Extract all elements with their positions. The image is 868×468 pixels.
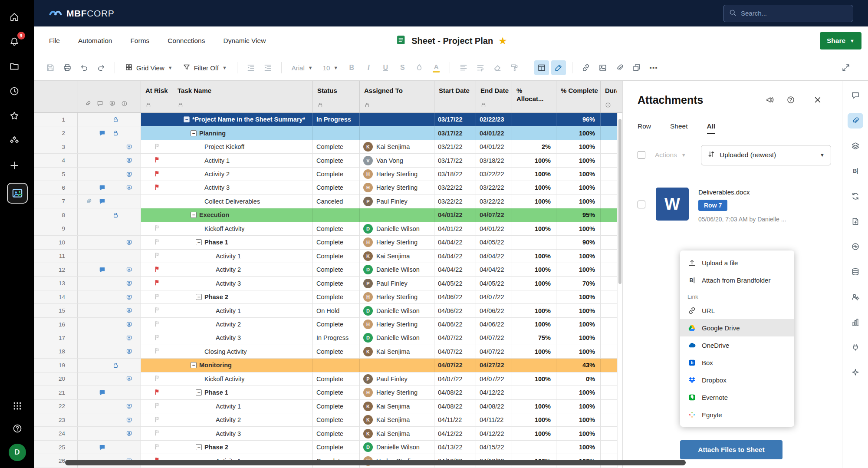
- percent-allocated-cell[interactable]: 100%: [512, 222, 556, 235]
- close-panel-icon[interactable]: [813, 96, 822, 104]
- at-risk-cell[interactable]: [141, 250, 173, 263]
- panel-rail-brandfolder-icon[interactable]: B: [848, 163, 863, 179]
- at-risk-flag-red-icon[interactable]: [154, 266, 161, 274]
- lock-icon[interactable]: [109, 130, 122, 136]
- menu-forms[interactable]: Forms: [130, 37, 149, 45]
- task-name-cell[interactable]: −Phase 1: [173, 236, 313, 249]
- tab-all[interactable]: All: [707, 122, 716, 134]
- status-cell[interactable]: Canceled: [313, 195, 360, 208]
- task-name-cell[interactable]: Activity 2: [173, 318, 313, 331]
- task-name-cell[interactable]: Kickoff Activity: [173, 372, 313, 386]
- panel-rail-database-icon[interactable]: [848, 264, 863, 280]
- assigned-to-cell[interactable]: DDanielle Wilson: [360, 263, 434, 276]
- at-risk-flag-gray-icon[interactable]: [154, 252, 161, 260]
- task-name-cell[interactable]: −Monitoring: [173, 359, 313, 372]
- percent-complete-cell[interactable]: 43%: [556, 359, 601, 372]
- assigned-to-cell[interactable]: HHarley Sterling: [360, 236, 434, 249]
- proof-icon[interactable]: [122, 321, 136, 328]
- percent-allocated-cell[interactable]: 100%: [512, 413, 556, 426]
- sidebar-workspace-icon[interactable]: [7, 183, 28, 204]
- duration-cell[interactable]: [601, 236, 617, 249]
- row-number[interactable]: 3: [34, 140, 78, 153]
- percent-allocated-cell[interactable]: [512, 359, 556, 372]
- proof-icon[interactable]: [122, 185, 136, 191]
- start-date-cell[interactable]: 04/01/22: [434, 208, 476, 221]
- column-header-start-date[interactable]: Start Date: [434, 81, 476, 112]
- end-date-cell[interactable]: 04/15/22: [476, 441, 512, 454]
- column-header-task-name[interactable]: Task Name: [173, 81, 313, 112]
- at-risk-cell[interactable]: [141, 154, 173, 167]
- percent-allocated-cell[interactable]: [512, 441, 556, 454]
- user-avatar[interactable]: D: [9, 444, 26, 461]
- proof-icon[interactable]: [122, 294, 136, 300]
- percent-complete-cell[interactable]: 100%: [556, 195, 601, 208]
- status-cell[interactable]: Complete: [313, 181, 360, 194]
- percent-allocated-cell[interactable]: 100%: [512, 250, 556, 263]
- comment-icon[interactable]: [95, 185, 109, 191]
- lock-icon[interactable]: [109, 116, 122, 123]
- duration-cell[interactable]: [601, 318, 617, 331]
- lock-icon[interactable]: [109, 362, 122, 369]
- sidebar-shapes-icon[interactable]: [7, 133, 22, 148]
- start-date-cell[interactable]: 04/01/22: [434, 222, 476, 235]
- announcement-icon[interactable]: [766, 96, 774, 104]
- end-date-cell[interactable]: 04/01/22: [476, 140, 512, 153]
- at-risk-cell[interactable]: [141, 236, 173, 249]
- collapse-toggle[interactable]: −: [184, 116, 190, 122]
- status-cell[interactable]: Complete: [313, 386, 360, 399]
- at-risk-cell[interactable]: [141, 168, 173, 181]
- at-risk-flag-red-icon[interactable]: [154, 184, 161, 192]
- percent-allocated-cell[interactable]: [512, 236, 556, 249]
- collapse-toggle[interactable]: −: [191, 362, 197, 368]
- task-name-cell[interactable]: Activity 3: [173, 181, 313, 194]
- more-options-button[interactable]: ⋯: [646, 60, 661, 75]
- status-cell[interactable]: Complete: [313, 263, 360, 276]
- start-date-cell[interactable]: 04/05/22: [434, 277, 476, 290]
- proof-icon[interactable]: [122, 403, 136, 409]
- percent-complete-cell[interactable]: 100%: [556, 263, 601, 276]
- percent-complete-cell[interactable]: 100%: [556, 400, 601, 413]
- duration-cell[interactable]: [601, 195, 617, 208]
- grid-row-6[interactable]: 6Activity 3CompleteHHarley Sterling03/22…: [34, 181, 622, 194]
- at-risk-cell[interactable]: [141, 427, 173, 440]
- percent-complete-cell[interactable]: 100%: [556, 168, 601, 181]
- at-risk-flag-gray-icon[interactable]: [154, 375, 161, 383]
- duration-cell[interactable]: [601, 222, 617, 235]
- task-name-cell[interactable]: Activity 1: [173, 400, 313, 413]
- percent-complete-cell[interactable]: 100%: [556, 250, 601, 263]
- percent-allocated-cell[interactable]: 100%: [512, 427, 556, 440]
- percent-complete-cell[interactable]: 100%: [556, 290, 601, 303]
- assigned-to-cell[interactable]: DDanielle Wilson: [360, 304, 434, 317]
- percent-complete-cell[interactable]: 100%: [556, 413, 601, 426]
- grid-row-9[interactable]: 9Kickoff ActivityCompleteDDanielle Wilso…: [34, 222, 622, 236]
- end-date-cell[interactable]: 04/07/22: [476, 208, 512, 221]
- brand-logo[interactable]: MBFCORP: [49, 6, 114, 21]
- strikethrough-button[interactable]: S: [395, 60, 410, 75]
- row-number[interactable]: 13: [34, 277, 78, 290]
- at-risk-cell[interactable]: [141, 222, 173, 235]
- start-date-cell[interactable]: 03/17/22: [434, 154, 476, 167]
- percent-allocated-cell[interactable]: 100%: [512, 400, 556, 413]
- percent-complete-cell[interactable]: 100%: [556, 331, 601, 344]
- at-risk-flag-red-icon[interactable]: [154, 156, 161, 165]
- row-number[interactable]: 12: [34, 263, 78, 276]
- sort-dropdown[interactable]: Uploaded (newest)▼: [701, 145, 831, 165]
- grid-row-17[interactable]: 17Activity 3In ProgressDDanielle Wilson0…: [34, 331, 622, 345]
- start-date-cell[interactable]: 03/18/22: [434, 168, 476, 181]
- grid-row-2[interactable]: 2−Planning03/17/2204/01/22100%: [34, 126, 622, 140]
- menu-item-box[interactable]: bBox: [680, 354, 794, 371]
- end-date-cell[interactable]: 04/07/22: [476, 372, 512, 386]
- task-name-cell[interactable]: Activity 1: [173, 250, 313, 263]
- assigned-to-cell[interactable]: [360, 208, 434, 221]
- status-cell[interactable]: Complete: [313, 154, 360, 167]
- sidebar-plus-icon[interactable]: [7, 158, 22, 173]
- start-date-cell[interactable]: 03/22/22: [434, 195, 476, 208]
- end-date-cell[interactable]: 04/01/22: [476, 126, 512, 139]
- sidebar-help-icon[interactable]: [10, 421, 25, 436]
- status-cell[interactable]: Complete: [313, 222, 360, 235]
- collapse-toggle[interactable]: −: [196, 239, 202, 245]
- menu-item-google-drive[interactable]: Google Drive: [680, 319, 794, 336]
- file-name[interactable]: Deliverables.docx: [698, 188, 786, 196]
- status-cell[interactable]: On Hold: [313, 304, 360, 317]
- column-header-assigned-to[interactable]: Assigned To: [360, 81, 434, 112]
